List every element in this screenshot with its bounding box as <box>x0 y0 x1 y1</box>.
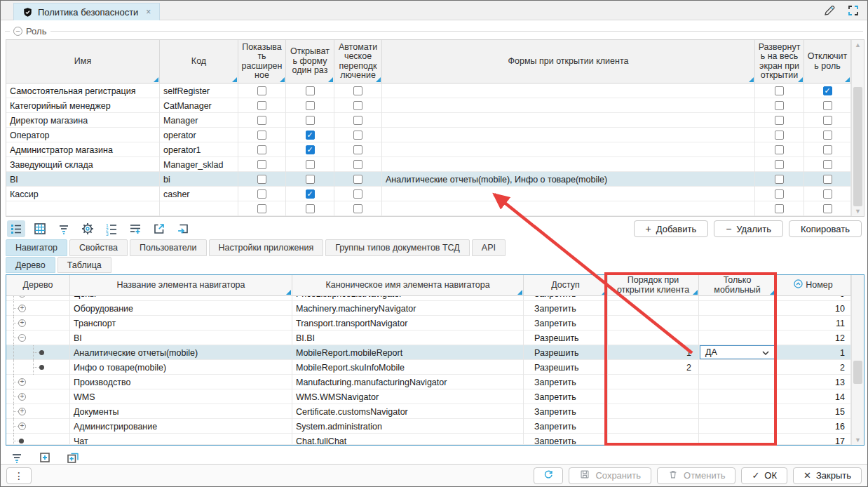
role-name-cell[interactable]: BI <box>6 172 160 187</box>
close-button[interactable]: ✕Закрыть <box>793 467 862 484</box>
nav-number-cell[interactable]: 12 <box>776 331 851 345</box>
dropdown-select[interactable]: ДА <box>700 345 775 359</box>
column-header[interactable]: Развернуть на весь экран при открытии <box>755 40 804 84</box>
forms-on-open-cell[interactable] <box>382 142 755 157</box>
column-header[interactable]: Каноническое имя элемента навигатора <box>292 275 524 296</box>
disable-role-cell[interactable] <box>804 84 851 98</box>
show-extended-cell[interactable] <box>238 84 286 98</box>
tree-cell[interactable]: + <box>6 404 70 419</box>
nav-mobile-only-cell[interactable] <box>699 375 776 389</box>
checkbox-disable-role[interactable] <box>823 86 832 95</box>
checkbox-auto-reconnect[interactable] <box>353 189 362 199</box>
nav-order-cell[interactable] <box>608 419 699 434</box>
nav-canonical-cell[interactable]: Chat.fullChat <box>292 434 524 445</box>
column-header[interactable]: Отключить роль <box>804 40 851 84</box>
roles-table-row[interactable]: Заведующий складаManager_sklad <box>6 157 864 172</box>
disable-role-cell[interactable] <box>804 113 851 128</box>
subtab-таблица[interactable]: Таблица <box>57 257 111 273</box>
nav-canonical-cell[interactable]: Transport.transportNavigator <box>292 316 524 331</box>
scrollbar-thumb[interactable] <box>853 361 862 384</box>
auto-reconnect-cell[interactable] <box>334 201 382 216</box>
nav-number-cell[interactable]: 13 <box>776 375 851 389</box>
disable-role-cell[interactable] <box>804 128 851 142</box>
show-extended-cell[interactable] <box>238 157 286 172</box>
nav-mobile-only-cell[interactable] <box>699 360 776 375</box>
tree-collapse-icon[interactable]: − <box>18 334 26 342</box>
checkbox-open-form-once[interactable] <box>306 101 315 110</box>
nav-name-cell[interactable]: WMS <box>70 389 292 404</box>
nav-name-cell[interactable]: Транспорт <box>70 316 292 331</box>
auto-reconnect-cell[interactable] <box>334 142 382 157</box>
navigator-table-row[interactable]: +ТранспортTransport.transportNavigatorЗа… <box>6 316 864 331</box>
tab-close-icon[interactable]: × <box>146 7 151 17</box>
column-header[interactable]: Автоматическое переподключение <box>334 40 382 84</box>
nav-access-cell[interactable]: Разрешить <box>524 360 608 375</box>
roles-table-row[interactable]: Самостоятельная регистрацияselfRegister <box>6 84 864 98</box>
sort-corner-icon[interactable] <box>154 77 158 82</box>
checkbox-show-extended[interactable] <box>257 101 266 110</box>
disable-role-cell[interactable] <box>804 157 851 172</box>
checkbox-open-form-once[interactable] <box>306 116 315 125</box>
cancel-button[interactable]: Отменить <box>657 467 735 484</box>
open-form-once-cell[interactable] <box>286 157 334 172</box>
open-form-once-cell[interactable] <box>286 187 334 201</box>
nav-name-cell[interactable]: Чат <box>70 434 292 445</box>
forms-on-open-cell[interactable] <box>382 201 755 216</box>
column-header[interactable]: Дерево <box>6 275 70 296</box>
checkbox-show-extended[interactable] <box>257 189 266 199</box>
tree-cell[interactable]: + <box>6 419 70 434</box>
nav-order-cell[interactable] <box>608 375 699 389</box>
nav-order-cell[interactable] <box>608 331 699 345</box>
navigator-table-row[interactable]: +ОборудованиеMachinery.machineryNavigato… <box>6 301 864 316</box>
column-header[interactable]: Формы при открытии клиента <box>382 40 755 84</box>
tab-security-policy[interactable]: Политика безопасности × <box>13 3 160 20</box>
subtab-дерево[interactable]: Дерево <box>6 257 55 273</box>
tree-cell[interactable]: + <box>6 375 70 389</box>
list-view-icon[interactable] <box>7 220 25 237</box>
role-code-cell[interactable]: CatManager <box>160 98 238 113</box>
nav-access-cell[interactable]: Запретить <box>524 389 608 404</box>
checkbox-disable-role[interactable] <box>823 175 832 184</box>
roles-table-row[interactable]: Директор магазинаManager <box>6 113 864 128</box>
checkbox-fullscreen-on-open[interactable] <box>775 116 784 125</box>
navigator-table-scrollbar[interactable]: ▼ <box>851 275 864 445</box>
checkbox-show-extended[interactable] <box>257 116 266 125</box>
tree-cell[interactable] <box>6 434 70 445</box>
navigator-table-row[interactable]: +ДокументыCertificate.customsNavigatorЗа… <box>6 404 864 419</box>
checkbox-open-form-once[interactable] <box>306 145 315 154</box>
tab-свойства[interactable]: Свойства <box>69 239 128 256</box>
nav-name-cell[interactable]: Производство <box>70 375 292 389</box>
checkbox-auto-reconnect[interactable] <box>353 116 362 125</box>
open-form-once-cell[interactable] <box>286 128 334 142</box>
auto-reconnect-cell[interactable] <box>334 128 382 142</box>
settings-gear-icon[interactable] <box>79 220 97 237</box>
tree-expand-icon[interactable]: + <box>18 422 26 430</box>
nav-name-cell[interactable]: Инфо о товаре(mobile) <box>70 360 292 375</box>
nav-mobile-only-cell[interactable] <box>699 434 776 445</box>
role-code-cell[interactable]: selfRegister <box>160 84 238 98</box>
sort-corner-icon[interactable] <box>286 290 291 295</box>
nav-number-cell[interactable]: 15 <box>776 404 851 419</box>
role-name-cell[interactable]: Самостоятельная регистрация <box>6 84 160 98</box>
checkbox-disable-role[interactable] <box>823 204 832 213</box>
checkbox-open-form-once[interactable] <box>306 131 315 140</box>
nav-number-cell[interactable]: 16 <box>776 419 851 434</box>
checkbox-show-extended[interactable] <box>257 131 266 140</box>
delete-button[interactable]: −Удалить <box>714 220 783 237</box>
sort-corner-icon[interactable] <box>602 290 606 295</box>
copy-button[interactable]: Копировать <box>789 220 862 237</box>
nav-number-cell[interactable]: 10 <box>776 301 851 316</box>
open-form-once-cell[interactable] <box>286 142 334 157</box>
nav-name-cell[interactable]: Администрирование <box>70 419 292 434</box>
sort-corner-icon[interactable] <box>232 77 237 82</box>
checkbox-auto-reconnect[interactable] <box>353 204 362 213</box>
checkbox-disable-role[interactable] <box>823 160 832 169</box>
fullscreen-on-open-cell[interactable] <box>755 113 804 128</box>
open-form-once-cell[interactable] <box>286 84 334 98</box>
sort-corner-icon[interactable] <box>328 77 333 82</box>
checkbox-fullscreen-on-open[interactable] <box>775 101 784 110</box>
fullscreen-on-open-cell[interactable] <box>755 98 804 113</box>
role-name-cell[interactable]: Категорийный менеджер <box>6 98 160 113</box>
column-header[interactable]: Название элемента навигатора <box>70 275 292 296</box>
roles-table-row[interactable]: Категорийный менеджерCatManager <box>6 98 864 113</box>
